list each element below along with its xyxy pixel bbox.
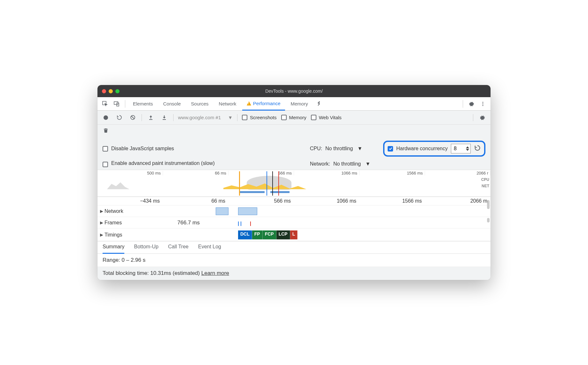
scrollbar-thumb[interactable]	[487, 218, 490, 222]
download-profile-icon[interactable]	[160, 113, 169, 122]
blocking-time-text: Total blocking time: 10.31ms (estimated)	[103, 270, 201, 276]
learn-more-link[interactable]: Learn more	[201, 270, 229, 276]
cpu-graph-small	[107, 182, 129, 189]
tab-label: Sources	[191, 101, 209, 106]
collect-garbage-icon[interactable]	[101, 126, 110, 135]
ruler-tick: 66 ms	[163, 171, 228, 175]
tab-label: Bottom-Up	[134, 244, 158, 249]
marker-line	[267, 171, 267, 196]
tab-event-log[interactable]: Event Log	[198, 244, 221, 253]
ruler-tick: 1066 ms	[294, 198, 360, 204]
reset-concurrency-icon[interactable]	[474, 144, 481, 153]
spinner-up-icon[interactable]	[466, 146, 469, 148]
checkbox-label: Memory	[289, 115, 306, 120]
marker-line	[278, 171, 279, 196]
tab-performance[interactable]: Performance	[242, 97, 285, 111]
main-tabbar: Elements Console Sources Network Perform…	[97, 97, 491, 111]
reload-record-button[interactable]	[115, 113, 124, 122]
timings-track[interactable]: ▶ Timings DCL FP FCP LCP L	[97, 228, 491, 241]
track-label: Network	[104, 208, 123, 214]
checkbox-icon	[311, 115, 316, 120]
marker-line	[239, 171, 240, 196]
network-throttle-select[interactable]: No throttling ▼	[333, 161, 370, 167]
separator	[125, 100, 125, 108]
track-label: Frames	[104, 220, 122, 226]
cpu-throttle-select[interactable]: No throttling ▼	[325, 146, 362, 151]
tab-sources[interactable]: Sources	[187, 97, 213, 110]
checkbox-icon	[242, 115, 247, 120]
recording-selector[interactable]: www.google.com #1 ▼	[178, 115, 233, 120]
capture-settings-gear-icon[interactable]	[478, 113, 487, 122]
checkbox-icon	[103, 146, 108, 151]
tab-memory[interactable]: Memory	[286, 97, 313, 110]
ruler-tick: 1066 ms	[294, 171, 360, 175]
tab-label: Network	[219, 101, 236, 106]
kebab-menu-icon[interactable]	[478, 99, 488, 109]
upload-profile-icon[interactable]	[146, 113, 155, 122]
expand-caret-icon[interactable]: ▶	[100, 220, 103, 225]
cpu-label: CPU	[481, 176, 489, 183]
range-text: Range: 0 – 2.96 s	[97, 254, 491, 267]
tab-call-tree[interactable]: Call Tree	[168, 244, 189, 253]
ruler-tick: 1566 ms	[360, 198, 425, 204]
timeline-ruler: −434 ms 66 ms 566 ms 1066 ms 1566 ms 206…	[97, 197, 491, 205]
expand-caret-icon[interactable]: ▶	[100, 209, 103, 214]
advanced-paint-checkbox[interactable]: Enable advanced paint instrumentation (s…	[103, 160, 297, 167]
overview-ruler: 500 ms 66 ms 566 ms 1066 ms 1566 ms 2066…	[97, 170, 491, 175]
fp-marker[interactable]: FP	[252, 230, 263, 239]
tab-label: Performance	[253, 101, 281, 106]
warning-icon	[247, 101, 251, 105]
hardware-concurrency-checkbox[interactable]: Hardware concurrency	[388, 146, 448, 151]
track-label: Timings	[104, 232, 122, 238]
tab-network[interactable]: Network	[214, 97, 241, 110]
ruler-tick: 2066 m	[425, 198, 491, 204]
window-title: DevTools - www.google.com/	[97, 89, 491, 94]
details-tabs: Summary Bottom-Up Call Tree Event Log	[97, 241, 491, 254]
clear-button[interactable]	[128, 113, 137, 122]
ruler-tick: 2066 r	[425, 171, 491, 175]
disable-js-samples-checkbox[interactable]: Disable JavaScript samples	[103, 146, 297, 151]
svg-point-4	[483, 103, 484, 104]
cpu-usage-wave	[223, 183, 306, 189]
settings-gear-icon[interactable]	[466, 99, 476, 109]
record-button[interactable]	[101, 113, 110, 122]
network-track[interactable]: ▶ Network	[97, 205, 491, 217]
overview-strip[interactable]: 500 ms 66 ms 566 ms 1066 ms 1566 ms 2066…	[97, 170, 491, 197]
frames-track[interactable]: ▶ Frames 766.7 ms	[97, 217, 491, 228]
separator	[473, 114, 473, 121]
tab-bottom-up[interactable]: Bottom-Up	[134, 244, 158, 253]
spinner-down-icon[interactable]	[466, 149, 469, 151]
checkbox-icon	[281, 115, 287, 120]
lcp-marker[interactable]: LCP	[276, 230, 290, 239]
ruler-tick: 566 ms	[228, 198, 294, 204]
device-toolbar-icon[interactable]	[112, 99, 122, 109]
more-tabs-icon[interactable]	[314, 99, 324, 109]
hardware-concurrency-input[interactable]: 8	[451, 144, 471, 153]
webvitals-checkbox[interactable]: Web Vitals	[311, 115, 342, 120]
timing-markers: DCL FP FCP LCP L	[238, 230, 298, 239]
capture-settings-panel: Disable JavaScript samples CPU: No throt…	[97, 138, 491, 170]
recording-name: www.google.com #1	[178, 115, 221, 120]
tab-elements[interactable]: Elements	[128, 97, 158, 110]
inspect-element-icon[interactable]	[100, 99, 110, 109]
memory-checkbox[interactable]: Memory	[281, 115, 306, 120]
separator	[463, 100, 463, 108]
expand-caret-icon[interactable]: ▶	[100, 232, 103, 237]
checkbox-checked-icon	[388, 146, 393, 151]
checkbox-label: Hardware concurrency	[396, 146, 448, 151]
screenshots-checkbox[interactable]: Screenshots	[242, 115, 276, 120]
svg-point-5	[483, 105, 484, 106]
fcp-marker[interactable]: FCP	[263, 230, 276, 239]
overview-labels: CPU NET	[481, 176, 489, 189]
tab-label: Call Tree	[168, 244, 189, 249]
tab-console[interactable]: Console	[159, 97, 185, 110]
tab-summary[interactable]: Summary	[103, 244, 124, 254]
chevron-down-icon: ▼	[228, 115, 233, 120]
dcl-marker[interactable]: DCL	[238, 230, 252, 239]
network-request-block[interactable]	[238, 207, 257, 215]
scrollbar-thumb[interactable]	[487, 200, 490, 209]
load-marker[interactable]: L	[290, 230, 298, 239]
tab-label: Memory	[291, 101, 308, 106]
flamechart-timeline[interactable]: −434 ms 66 ms 566 ms 1066 ms 1566 ms 206…	[97, 197, 491, 241]
network-request-block[interactable]	[216, 207, 228, 215]
